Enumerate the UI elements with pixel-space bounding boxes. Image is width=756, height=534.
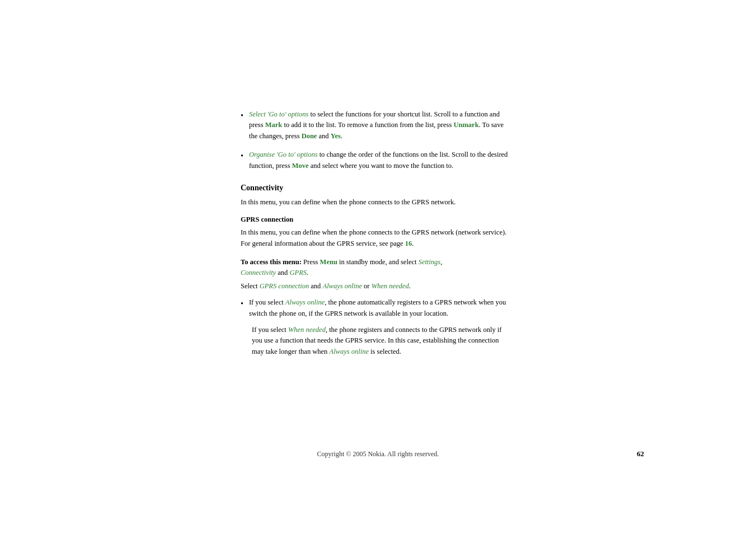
access-text4: and bbox=[276, 269, 289, 277]
intro-bullets: • Select 'Go to' options to select the f… bbox=[241, 109, 509, 171]
move-label: Move bbox=[292, 162, 309, 170]
select-text: Select bbox=[241, 282, 260, 290]
gprs-label: GPRS bbox=[289, 269, 307, 277]
mark-label: Mark bbox=[265, 121, 283, 129]
connectivity-label: Connectivity bbox=[241, 269, 276, 277]
gprs-intro: In this menu, you can define when the ph… bbox=[241, 227, 509, 249]
page-content: • Select 'Go to' options to select the f… bbox=[241, 109, 509, 357]
connectivity-intro: In this menu, you can define when the ph… bbox=[241, 197, 509, 208]
bullet-dot-2: • bbox=[241, 150, 243, 162]
bullet2-text2: and select where you want to move the fu… bbox=[309, 162, 454, 170]
bullet1-text5: . bbox=[341, 132, 342, 140]
select-line: Select GPRS connection and Always online… bbox=[241, 281, 509, 292]
done-label: Done bbox=[302, 132, 317, 140]
gprs-bullet-text: If you select Always online, the phone a… bbox=[249, 297, 509, 319]
gprs-intro-period: . bbox=[412, 240, 414, 247]
access-line: To access this menu: Press Menu in stand… bbox=[241, 257, 509, 279]
select-text4: . bbox=[409, 282, 411, 290]
gprs-bullets: • If you select Always online, the phone… bbox=[241, 297, 509, 319]
gprs-bullet-1: • If you select Always online, the phone… bbox=[241, 297, 509, 319]
select-text2: and bbox=[309, 282, 322, 290]
copyright-text: Copyright © 2005 Nokia. All rights reser… bbox=[317, 450, 439, 458]
bullet1-text1: If you select bbox=[249, 298, 285, 306]
connectivity-section: Connectivity In this menu, you can defin… bbox=[241, 184, 509, 357]
bullet1-text2: to add it to the list. To remove a funct… bbox=[282, 121, 453, 129]
always-online-inline2: Always online bbox=[330, 348, 369, 355]
organise-go-to-label: Organise 'Go to' options bbox=[249, 151, 318, 158]
gprs-bullet-dot: • bbox=[241, 298, 243, 310]
gprs-connection-label: GPRS connection bbox=[260, 282, 309, 290]
para2-text3: is selected. bbox=[369, 348, 401, 355]
bullet-text-1: Select 'Go to' options to select the fun… bbox=[249, 109, 509, 142]
unmark-label: Unmark bbox=[453, 121, 478, 129]
para2-text1: If you select bbox=[252, 326, 288, 334]
access-text5: . bbox=[307, 269, 308, 277]
select-go-to-label: Select 'Go to' options bbox=[249, 110, 308, 118]
bullet-item-1: • Select 'Go to' options to select the f… bbox=[241, 109, 509, 142]
select-text3: or bbox=[362, 282, 372, 290]
bullet-text-2: Organise 'Go to' options to change the o… bbox=[249, 149, 509, 171]
access-text3: , bbox=[440, 258, 442, 266]
when-needed-inline: When needed bbox=[288, 326, 326, 334]
access-text2: in standby mode, and select bbox=[337, 258, 419, 266]
page-16: 16 bbox=[405, 240, 412, 247]
menu-label: Menu bbox=[320, 258, 337, 266]
bullet-dot-1: • bbox=[241, 110, 243, 122]
footer-page-number: 62 bbox=[637, 449, 644, 458]
always-online-label: Always online bbox=[323, 282, 362, 290]
bullet-item-2: • Organise 'Go to' options to change the… bbox=[241, 149, 509, 171]
connectivity-heading: Connectivity bbox=[241, 184, 509, 193]
always-online-inline: Always online bbox=[285, 298, 325, 306]
gprs-heading: GPRS connection bbox=[241, 216, 509, 224]
gprs-intro-text: In this menu, you can define when the ph… bbox=[241, 228, 506, 247]
bullet1-text4: and bbox=[317, 132, 330, 140]
access-text: Press bbox=[302, 258, 320, 266]
when-needed-label: When needed bbox=[372, 282, 409, 290]
settings-label: Settings bbox=[419, 258, 441, 266]
access-bold: To access this menu: bbox=[241, 258, 302, 266]
when-needed-para: If you select When needed, the phone reg… bbox=[252, 325, 509, 357]
yes-label: Yes bbox=[331, 132, 341, 140]
